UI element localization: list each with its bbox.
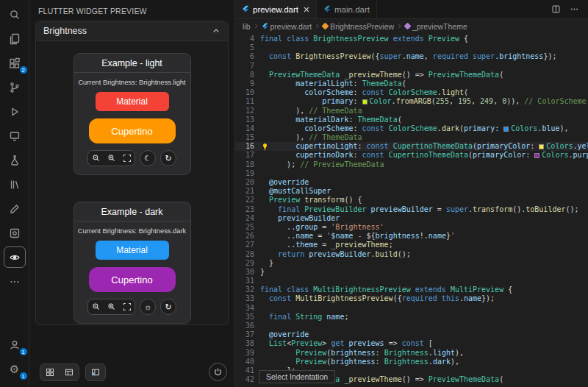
code-line[interactable]: 34 — [235, 304, 588, 313]
code-line[interactable]: 31 — [235, 277, 588, 285]
code-line[interactable]: 4final class BrightnessPreview extends P… — [235, 35, 588, 43]
code-line[interactable]: 17 cupertinoDark: const CupertinoThemeDa… — [235, 151, 588, 160]
code-line[interactable]: 36 — [235, 322, 588, 330]
zoom-out-icon[interactable] — [88, 151, 104, 166]
explorer-icon[interactable] — [4, 28, 26, 49]
code-line[interactable]: 13 materialDark: ThemeData( — [235, 116, 588, 124]
select-indentation-tooltip[interactable]: Select Indentation — [259, 370, 335, 383]
line-number: 9 — [235, 79, 254, 88]
light-mode-toggle-sun-icon[interactable]: ☼ — [140, 299, 156, 315]
code-line[interactable]: 15 ), // ThemeData — [235, 133, 588, 142]
breadcrumb-class[interactable]: BrightnessPreview — [323, 22, 394, 31]
card-title: Example - light — [74, 54, 190, 73]
power-restart-icon[interactable] — [209, 363, 227, 381]
code-line[interactable]: 6 const BrightnessPreview({super.name, r… — [235, 52, 588, 61]
brightness-section-header[interactable]: Brightness — [36, 21, 228, 41]
code-line[interactable]: 16 cupertinoLight: const CupertinoThemeD… — [235, 142, 588, 151]
zoom-in-icon[interactable] — [104, 151, 119, 166]
material-button[interactable]: Material — [96, 241, 169, 260]
code-line[interactable]: 24 previewBuilder — [235, 214, 588, 223]
color-swatch — [534, 153, 539, 158]
breadcrumb-method[interactable]: _previewTheme — [405, 22, 467, 31]
fullscreen-icon[interactable] — [119, 151, 135, 166]
code-line[interactable]: 26 ..name = '$name - ${brightness!.name}… — [235, 232, 588, 241]
tab-main-dart[interactable]: main.dart — [317, 0, 377, 18]
preview-icon[interactable] — [4, 222, 26, 244]
material-button[interactable]: Material — [96, 92, 169, 111]
line-number: 11 — [235, 97, 254, 106]
search-icon[interactable] — [4, 4, 26, 25]
line-number: 38 — [235, 339, 254, 348]
more-actions-icon[interactable] — [570, 4, 579, 14]
lightbulb-icon[interactable] — [262, 143, 268, 151]
tab-label: main.dart — [334, 5, 370, 14]
code-line[interactable]: 21 @mustCallSuper — [235, 187, 588, 196]
code-line[interactable]: 10 colorScheme: const ColorScheme.light( — [235, 88, 588, 97]
code-line[interactable]: 20 @override — [235, 178, 588, 187]
code-line[interactable]: 32final class MultiBrightnessPreview ext… — [235, 285, 588, 294]
code-line[interactable]: 28 return previewBuilder.build(); — [235, 250, 588, 259]
tab-bar: preview.dart main.dart — [235, 0, 588, 19]
code-line[interactable]: 23 final PreviewBuilder previewBuilder =… — [235, 205, 588, 214]
code-line[interactable]: 33 const MultiBrightnessPreview({require… — [235, 294, 588, 303]
code-line[interactable]: 25 ..group = 'Brightness' — [235, 223, 588, 232]
edit-icon[interactable] — [4, 198, 26, 219]
close-icon[interactable] — [304, 7, 309, 13]
split-editor-icon[interactable] — [551, 4, 561, 14]
code-line[interactable]: 35 final String name; — [235, 313, 588, 322]
list-view-icon[interactable] — [60, 364, 79, 380]
grid-view-icon[interactable] — [40, 364, 60, 380]
breadcrumb-file[interactable]: preview.dart — [262, 22, 312, 31]
code-line[interactable]: 30} — [235, 268, 588, 277]
line-number: 39 — [235, 349, 254, 358]
code-line[interactable]: 29 } — [235, 259, 588, 268]
code-line[interactable]: 9 materialLight: ThemeData( — [235, 79, 588, 88]
code-line[interactable]: 7 — [235, 62, 588, 71]
code-line[interactable]: 37 @override — [235, 330, 588, 339]
accounts-icon[interactable]: 1 — [4, 334, 26, 355]
remote-explorer-icon[interactable] — [4, 125, 26, 146]
testing-icon[interactable] — [4, 149, 26, 171]
refresh-icon[interactable]: ↻ — [160, 299, 176, 315]
cupertino-button[interactable]: Cupertino — [89, 267, 176, 292]
settings-icon[interactable]: ⚙ 1 — [4, 358, 26, 380]
code-line[interactable]: 19 — [235, 169, 588, 178]
code-line[interactable]: 12 ), // ThemeData — [235, 107, 588, 116]
line-number: 18 — [235, 160, 254, 169]
code-line[interactable]: 14 colorScheme: const ColorScheme.dark(p… — [235, 124, 588, 133]
more-icon[interactable] — [4, 271, 26, 292]
code-line[interactable]: 40 Preview(brightness: Brightness.dark), — [235, 358, 588, 366]
zoom-out-icon[interactable] — [88, 299, 104, 314]
extensions-icon[interactable]: 2 — [4, 52, 26, 74]
run-debug-icon[interactable] — [4, 101, 26, 122]
dark-mode-toggle-moon-icon[interactable]: ☾ — [140, 150, 156, 166]
code-line[interactable]: 39 Preview(brightness: Brightness.light)… — [235, 349, 588, 358]
layout-view-icon[interactable] — [86, 364, 105, 380]
code-line[interactable]: 5 — [235, 43, 588, 52]
line-number: 21 — [235, 187, 254, 196]
source-control-icon[interactable] — [4, 77, 26, 98]
fullscreen-icon[interactable] — [119, 299, 135, 314]
refresh-icon[interactable]: ↻ — [160, 150, 176, 166]
widget-preview-icon[interactable] — [4, 246, 26, 268]
code-line[interactable]: 22 Preview transform() { — [235, 196, 588, 205]
preview-card-light: Example - light Current Brightness: Brig… — [74, 53, 191, 175]
breadcrumb-lib[interactable]: lib — [243, 22, 251, 31]
tab-preview-dart[interactable]: preview.dart — [235, 0, 317, 18]
zoom-in-icon[interactable] — [104, 299, 119, 314]
references-icon[interactable] — [4, 174, 26, 195]
line-number: 35 — [235, 313, 254, 322]
code-area[interactable]: 4final class BrightnessPreview extends P… — [235, 33, 588, 387]
extensions-badge: 2 — [19, 65, 28, 74]
code-line[interactable]: 27 ..theme = _previewTheme; — [235, 241, 588, 249]
line-number: 30 — [235, 268, 254, 277]
sidebar-title: FLUTTER WIDGET PREVIEW — [29, 0, 234, 21]
code-line[interactable]: 18 ); // PreviewThemeData — [235, 160, 588, 169]
code-line[interactable]: 38 List<Preview> get previews => const [ — [235, 339, 588, 348]
chevron-up-icon[interactable] — [212, 26, 220, 35]
cupertino-button[interactable]: Cupertino — [89, 118, 176, 143]
color-swatch — [503, 127, 509, 132]
code-line[interactable]: 8 PreviewThemeData _previewTheme() => Pr… — [235, 71, 588, 79]
sidebar-footer — [40, 363, 227, 381]
code-line[interactable]: 11 primary: Color.fromARGB(255, 195, 249… — [235, 97, 588, 106]
